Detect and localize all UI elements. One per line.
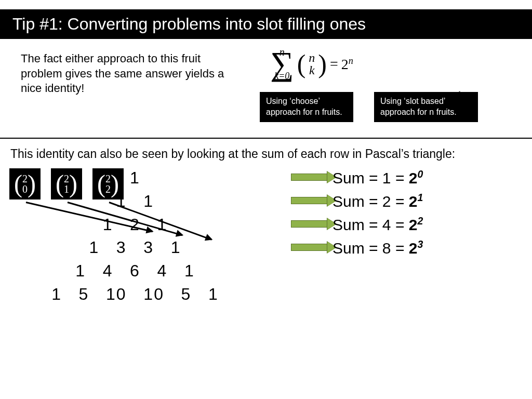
arrow-right-icon-3 — [291, 242, 338, 253]
pascal-row-5: 1 5 10 10 5 1 — [10, 283, 260, 306]
identity-formula: n ∑ k=0 ( n k ) = 2n — [270, 46, 511, 82]
choose-box-2: (22) — [92, 168, 124, 200]
formula-area: n ∑ k=0 ( n k ) = 2n Using ‘choose’ appr… — [249, 51, 511, 122]
sum-column: Sum = 1 = 20 Sum = 2 = 21 Sum = 4 = 22 S… — [332, 166, 423, 260]
arrow-right-icon-1 — [291, 195, 338, 206]
pascal-row-2: 1 2 1 — [10, 213, 260, 236]
binomial: n k — [309, 51, 315, 76]
sum-row-0: Sum = 1 = 20 — [332, 166, 423, 190]
sum-row-2: Sum = 4 = 22 — [332, 213, 423, 236]
choose-box-1: (21) — [51, 168, 82, 200]
pascal-row-4: 1 4 6 4 1 — [10, 259, 260, 283]
arrow-right-icon-2 — [291, 218, 338, 230]
sum-row-3: Sum = 8 = 23 — [332, 236, 423, 260]
box-choose: Using ‘choose’ approach for n fruits. — [260, 92, 353, 122]
subtext: This identity can also be seen by lookin… — [0, 147, 532, 166]
title-bar: Tip #1: Converting problems into slot fi… — [0, 9, 532, 39]
pascal-area: (20) (21) (22) 1 1 1 1 2 1 1 3 3 1 1 4 6… — [0, 166, 532, 306]
divider — [0, 138, 532, 139]
equals: = — [330, 56, 338, 72]
annotation-boxes: Using ‘choose’ approach for n fruits. Us… — [260, 92, 511, 122]
sum-row-1: Sum = 2 = 21 — [332, 190, 423, 213]
rhs: 2n — [341, 56, 353, 73]
binom-n: n — [309, 51, 315, 64]
intro-row: The fact either approach to this fruit p… — [0, 39, 532, 127]
choose-box-0: (20) — [9, 168, 41, 200]
intro-text: The fact either approach to this fruit p… — [21, 51, 239, 122]
sigma-lower: k=0 — [274, 71, 289, 82]
arrow-right-icon-0 — [291, 171, 338, 183]
box-slot: Using ‘slot based’ approach for n fruits… — [374, 92, 478, 122]
binom-k: k — [309, 64, 315, 76]
choose-box-row: (20) (21) (22) — [9, 168, 124, 200]
pascal-row-3: 1 3 3 1 — [10, 236, 260, 259]
